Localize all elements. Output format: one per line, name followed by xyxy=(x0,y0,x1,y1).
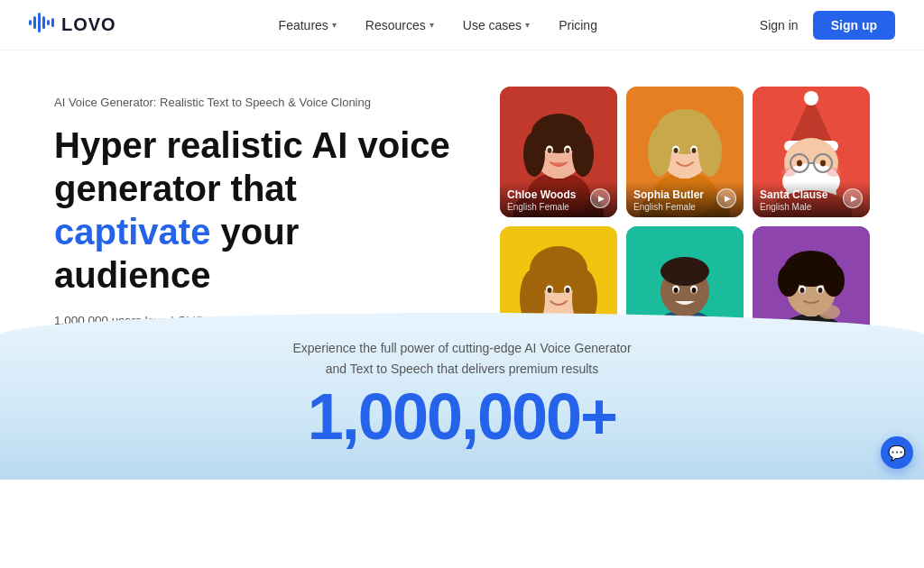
svg-point-66 xyxy=(674,288,679,293)
nav-links: Features ▾ Resources ▾ Use cases ▾ Prici… xyxy=(279,18,597,32)
svg-rect-0 xyxy=(29,20,32,25)
svg-point-16 xyxy=(548,148,552,153)
svg-point-67 xyxy=(692,288,697,293)
big-number: 1,000,000+ xyxy=(308,384,616,449)
svg-point-13 xyxy=(572,132,594,177)
svg-rect-2 xyxy=(38,13,41,32)
svg-point-78 xyxy=(817,257,833,273)
chevron-down-icon: ▾ xyxy=(525,20,530,30)
logo-text: LOVO xyxy=(61,14,116,35)
svg-rect-4 xyxy=(47,20,50,25)
nav-features[interactable]: Features ▾ xyxy=(279,18,337,32)
logo[interactable]: LOVO xyxy=(29,13,116,38)
svg-rect-1 xyxy=(33,16,36,29)
play-button-santa[interactable]: ▶ xyxy=(843,188,863,208)
svg-point-41 xyxy=(820,160,826,167)
svg-point-17 xyxy=(566,148,570,153)
svg-point-63 xyxy=(661,257,709,286)
svg-point-55 xyxy=(548,288,552,293)
svg-point-12 xyxy=(523,132,545,177)
nav-resources[interactable]: Resources ▾ xyxy=(365,18,434,32)
svg-rect-3 xyxy=(42,16,45,29)
svg-point-29 xyxy=(692,148,697,153)
navbar: LOVO Features ▾ Resources ▾ Use cases ▾ … xyxy=(0,0,924,50)
logo-icon xyxy=(29,13,54,38)
chevron-down-icon: ▾ xyxy=(332,20,337,30)
wave-text-line2: and Text to Speech that delivers premium… xyxy=(326,359,598,379)
voice-card-sophia[interactable]: Sophia Butler English Female ▶ xyxy=(626,87,744,217)
hero-section: AI Voice Generator: Realistic Text to Sp… xyxy=(0,50,924,480)
play-icon: ▶ xyxy=(851,194,857,203)
svg-rect-5 xyxy=(51,18,54,27)
hero-heading: Hyper realistic AI voice generator that … xyxy=(54,124,451,297)
play-icon: ▶ xyxy=(598,194,605,203)
svg-point-43 xyxy=(827,168,841,177)
signup-button[interactable]: Sign up xyxy=(813,11,895,40)
svg-point-56 xyxy=(566,288,570,293)
svg-point-28 xyxy=(674,148,679,153)
nav-auth: Sign in Sign up xyxy=(760,11,895,40)
chevron-down-icon: ▾ xyxy=(430,20,434,30)
nav-use-cases[interactable]: Use cases ▾ xyxy=(463,18,530,32)
svg-point-25 xyxy=(698,126,722,177)
play-button-chloe[interactable]: ▶ xyxy=(590,188,610,208)
svg-point-40 xyxy=(797,160,802,167)
svg-point-81 xyxy=(800,288,805,293)
svg-point-24 xyxy=(648,126,671,177)
svg-point-42 xyxy=(781,168,796,177)
svg-point-33 xyxy=(804,91,818,105)
play-icon: ▶ xyxy=(725,194,731,203)
nav-pricing[interactable]: Pricing xyxy=(559,18,597,32)
wave-text-line1: Experience the full power of cutting-edg… xyxy=(292,338,631,358)
play-button-sophia[interactable]: ▶ xyxy=(716,188,736,208)
svg-point-82 xyxy=(818,288,823,293)
voice-card-chloe[interactable]: Chloe Woods English Female ▶ xyxy=(500,87,617,217)
voice-card-santa[interactable]: Santa Clause English Male ▶ xyxy=(753,87,870,217)
hero-tag: AI Voice Generator: Realistic Text to Sp… xyxy=(54,96,451,109)
signin-button[interactable]: Sign in xyxy=(760,18,799,32)
bottom-section: Experience the full power of cutting-edg… xyxy=(0,313,924,480)
chat-icon: 💬 xyxy=(888,444,906,462)
